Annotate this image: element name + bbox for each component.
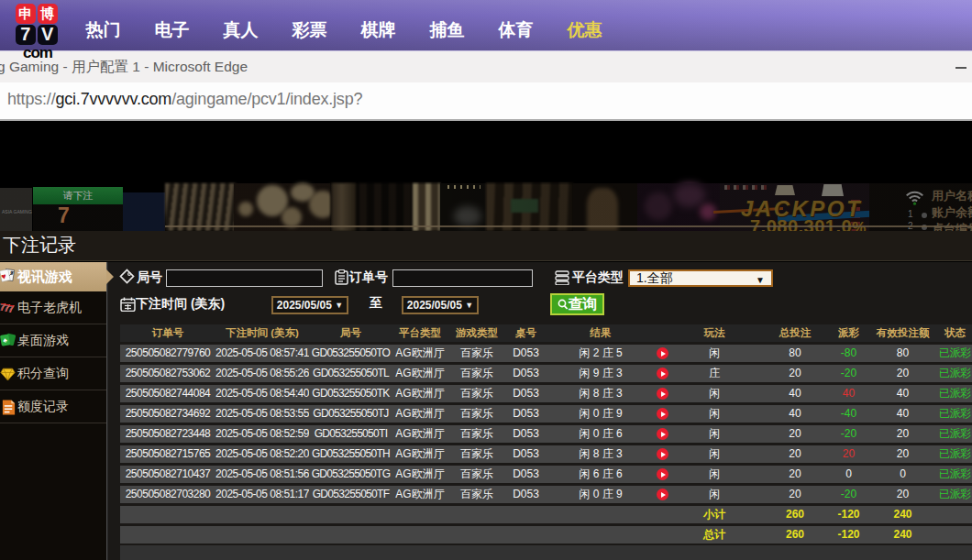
svg-text:7: 7 bbox=[8, 304, 14, 314]
